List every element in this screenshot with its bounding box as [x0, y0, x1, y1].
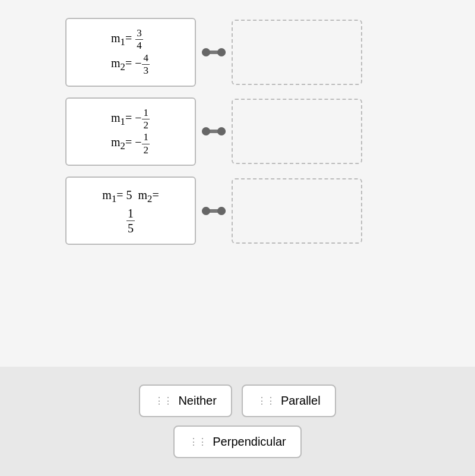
match-row-3: m1= 5 m2= 15 — [65, 176, 410, 245]
connector-1 — [196, 51, 232, 54]
connector-dot-right-1 — [217, 48, 226, 56]
answer-box-1[interactable] — [232, 20, 362, 85]
connector-bar-3 — [202, 209, 226, 213]
answer-box-2[interactable] — [232, 99, 362, 164]
connector-dot-left-3 — [202, 207, 210, 215]
equation-box-1: m1= 34 m2= −43 — [65, 18, 196, 87]
matching-container: m1= 34 m2= −43 m1= −12 m2= −12 — [65, 18, 410, 245]
drag-icon-parallel: ⋮⋮ — [257, 395, 275, 406]
connector-bar-2 — [202, 130, 226, 133]
match-row-2: m1= −12 m2= −12 — [65, 97, 410, 166]
answer-row-top: ⋮⋮ Neither ⋮⋮ Parallel — [139, 384, 335, 417]
chip-parallel-label: Parallel — [281, 394, 321, 408]
equation-content-3: m1= 5 m2= 15 — [102, 186, 159, 235]
drag-icon-perpendicular: ⋮⋮ — [189, 436, 207, 447]
match-row-1: m1= 34 m2= −43 — [65, 18, 410, 87]
connector-2 — [196, 130, 232, 133]
connector-bar-1 — [202, 51, 226, 54]
connector-3 — [196, 209, 232, 213]
equation-box-2: m1= −12 m2= −12 — [65, 97, 196, 166]
equation-content-1: m1= 34 m2= −43 — [111, 27, 150, 77]
connector-dot-left-1 — [202, 48, 210, 56]
chip-perpendicular[interactable]: ⋮⋮ Perpendicular — [173, 425, 301, 458]
chip-neither[interactable]: ⋮⋮ Neither — [139, 384, 232, 417]
equation-box-3: m1= 5 m2= 15 — [65, 176, 196, 245]
drag-icon-neither: ⋮⋮ — [154, 395, 172, 406]
main-area: m1= 34 m2= −43 m1= −12 m2= −12 — [0, 0, 475, 355]
connector-dot-right-2 — [217, 127, 226, 135]
answer-box-3[interactable] — [232, 178, 362, 244]
connector-dot-left-2 — [202, 127, 210, 135]
answer-row-bottom: ⋮⋮ Perpendicular — [173, 425, 301, 458]
chip-parallel[interactable]: ⋮⋮ Parallel — [242, 384, 336, 417]
connector-dot-right-3 — [217, 207, 226, 215]
answer-area: ⋮⋮ Neither ⋮⋮ Parallel ⋮⋮ Perpendicular — [0, 367, 475, 476]
equation-content-2: m1= −12 m2= −12 — [111, 107, 150, 157]
chip-neither-label: Neither — [178, 394, 216, 408]
chip-perpendicular-label: Perpendicular — [213, 435, 286, 449]
